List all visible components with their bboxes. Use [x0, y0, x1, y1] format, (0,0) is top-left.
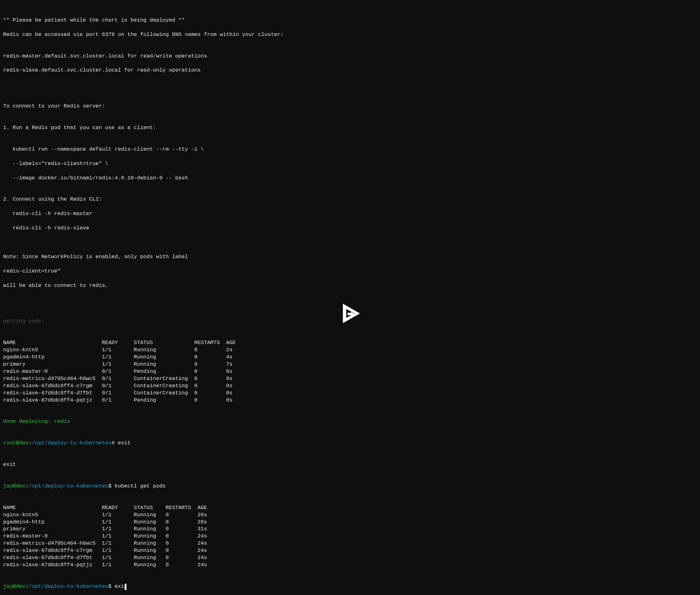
pod-restarts: 0: [166, 540, 197, 547]
pod-name: redis-metrics-d4795c464-h6wc5: [3, 540, 102, 547]
pod-age: 0s: [226, 368, 245, 375]
pod-ready: 1/1: [102, 555, 134, 562]
pod-status: Running: [134, 512, 166, 519]
terminal-output[interactable]: ** Please be patient while the chart is …: [0, 0, 700, 595]
output-line: redis-cli -h redis-slave: [3, 225, 697, 232]
pod-status: Running: [134, 547, 166, 555]
pod-restarts: 0: [194, 382, 226, 390]
pod-age: 2s: [226, 346, 245, 354]
prompt-sigil: $: [108, 584, 115, 589]
pod-restarts: 0: [166, 547, 197, 555]
prompt-colon: :: [25, 584, 28, 589]
pod-ready: 1/1: [102, 519, 134, 526]
pod-status: Running: [134, 361, 194, 368]
prompt-colon: :: [29, 440, 32, 446]
pod-age: 0s: [226, 397, 245, 404]
output-line: Note: Since NetworkPolicy is enabled, on…: [3, 253, 697, 261]
table-header-row: NAME READY STATUS RESTARTS AGE: [3, 504, 217, 512]
pod-ready: 0/1: [102, 382, 134, 390]
output-line: kubectl run --namespace default redis-cl…: [3, 146, 697, 153]
table-row: nginx-kntn51/1Running02s: [3, 346, 245, 354]
pod-status: Running: [134, 533, 166, 540]
prompt-path: /opt/deploy-to-kubernetes: [29, 584, 108, 589]
pod-age: 0s: [226, 375, 245, 382]
pod-age: 7s: [226, 361, 245, 368]
pod-restarts: 0: [166, 519, 197, 526]
output-line: 2. Connect using the Redis CLI:: [3, 196, 697, 203]
prompt-at: @: [13, 483, 16, 489]
output-line: ** Please be patient while the chart is …: [3, 17, 697, 24]
table-row: redis-metrics-d4795c464-h6wc50/1Containe…: [3, 375, 245, 382]
pod-age: 0s: [226, 382, 245, 390]
pod-status: Running: [134, 346, 194, 354]
done-deploying-line: done deploying: redis: [3, 418, 697, 425]
command-text: exit: [118, 440, 130, 446]
table-row: redis-slave-67d6dc8ff4-c7rgm0/1Container…: [3, 382, 245, 390]
col-restarts: RESTARTS: [194, 339, 226, 346]
output-line: Redis can be accessed via port 6379 on t…: [3, 31, 697, 38]
prompt-colon: :: [25, 483, 28, 489]
play-button[interactable]: [338, 301, 362, 325]
prompt-sigil: #: [112, 440, 118, 446]
pod-restarts: 0: [194, 346, 226, 354]
prompt-host: dev: [19, 440, 29, 446]
output-line: redis-cli -h redis-master: [3, 210, 697, 218]
pod-name: redis-master-0: [3, 368, 102, 375]
col-ready: READY: [102, 339, 134, 346]
prompt-jay-2[interactable]: jay@dev:/opt/deploy-to-kubernetes$ exi: [3, 583, 697, 590]
col-age: AGE: [197, 504, 216, 512]
pod-ready: 1/1: [102, 346, 134, 354]
pods-table-1: NAME READY STATUS RESTARTS AGE nginx-knt…: [3, 339, 245, 404]
pod-ready: 0/1: [102, 390, 134, 397]
pod-status: Pending: [134, 397, 194, 404]
pod-name: nginx-kntn5: [3, 346, 102, 354]
table-row: redis-metrics-d4795c464-h6wc51/1Running0…: [3, 540, 217, 547]
pod-name: redis-slave-67d6dc8ff4-c7rgm: [3, 547, 102, 555]
pod-ready: 0/1: [102, 368, 134, 375]
command-text: kubectl get pods: [115, 483, 166, 489]
pod-name: pgadmin4-http: [3, 354, 102, 361]
prompt-at: @: [13, 584, 16, 589]
col-status: STATUS: [134, 339, 194, 346]
col-name: NAME: [3, 504, 102, 512]
pod-age: 26s: [197, 512, 216, 519]
pod-restarts: 0: [166, 512, 197, 519]
command-input[interactable]: exi: [115, 584, 124, 589]
pod-ready: 1/1: [102, 354, 134, 361]
pod-age: 28s: [197, 519, 216, 526]
pod-restarts: 0: [194, 390, 226, 397]
prompt-root: root@dev:/opt/deploy-to-kubernetes# exit: [3, 440, 697, 447]
pod-name: redis-slave-67d6dc8ff4-pqtjz: [3, 562, 102, 569]
table-row: redis-slave-67d6dc8ff4-pqtjz0/1Pending00…: [3, 397, 245, 404]
output-line: 1. Run a Redis pod that you can use as a…: [3, 124, 697, 132]
pod-name: redis-metrics-d4795c464-h6wc5: [3, 375, 102, 382]
table-row: nginx-kntn51/1Running026s: [3, 512, 217, 519]
pod-status: Running: [134, 540, 166, 547]
col-ready: READY: [102, 504, 134, 512]
pod-ready: 1/1: [102, 533, 134, 540]
table-row: redis-master-00/1Pending00s: [3, 368, 245, 375]
pod-name: redis-slave-67d6dc8ff4-pqtjz: [3, 397, 102, 404]
pod-status: Running: [134, 354, 194, 361]
pod-restarts: 0: [166, 555, 197, 562]
table-row: primary1/1Running031s: [3, 526, 217, 533]
pod-age: 24s: [197, 562, 216, 569]
col-age: AGE: [226, 339, 245, 346]
prompt-path: /opt/deploy-to-kubernetes: [32, 440, 112, 446]
col-restarts: RESTARTS: [166, 504, 197, 512]
pod-status: ContainerCreating: [134, 382, 194, 390]
pod-age: 24s: [197, 540, 216, 547]
pod-ready: 0/1: [102, 397, 134, 404]
prompt-user: root: [3, 440, 16, 446]
pod-ready: 1/1: [102, 540, 134, 547]
exit-output-line: exit: [3, 461, 697, 469]
output-line: redis-master.default.svc.cluster.local f…: [3, 53, 697, 60]
table-header-row: NAME READY STATUS RESTARTS AGE: [3, 339, 245, 346]
pod-name: redis-master-0: [3, 533, 102, 540]
output-line: --image docker.io/bitnami/redis:4.0.10-d…: [3, 175, 697, 182]
pod-status: Running: [134, 562, 166, 569]
pod-name: nginx-kntn5: [3, 512, 102, 519]
pod-status: Running: [134, 519, 166, 526]
pod-status: Running: [134, 555, 166, 562]
prompt-path: /opt/deploy-to-kubernetes: [29, 483, 108, 489]
